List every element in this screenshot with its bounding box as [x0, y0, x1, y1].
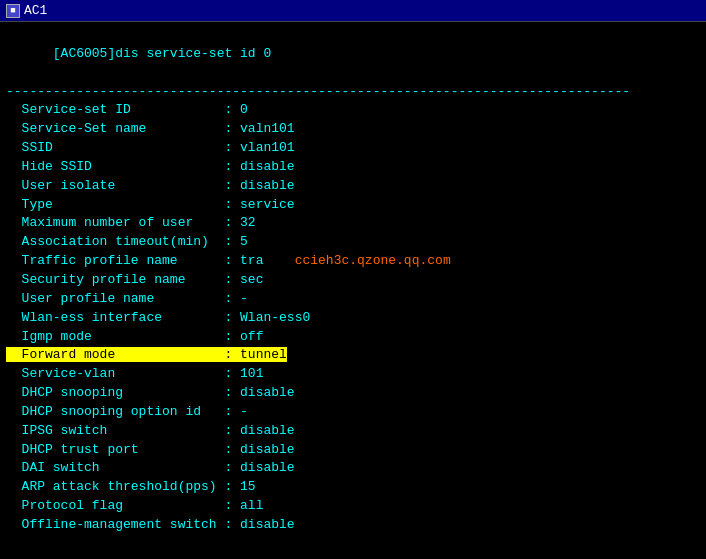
- table-row: Service-vlan : 101: [6, 365, 700, 384]
- title-bar: ■ AC1: [0, 0, 706, 22]
- table-row: Hide SSID : disable: [6, 158, 700, 177]
- terminal-output[interactable]: [AC6005]dis service-set id 0 -----------…: [0, 22, 706, 559]
- table-row: Security profile name : sec: [6, 271, 700, 290]
- table-row: Wlan-ess interface : Wlan-ess0: [6, 309, 700, 328]
- command-prompt: [AC6005]dis service-set id 0: [6, 26, 700, 83]
- table-row: Service-set ID : 0: [6, 101, 700, 120]
- window-icon: ■: [6, 4, 20, 18]
- table-row: User profile name : -: [6, 290, 700, 309]
- data-rows: Service-set ID : 0 Service-Set name : va…: [6, 101, 700, 534]
- table-row: Forward mode : tunnel: [6, 346, 700, 365]
- table-row: User isolate : disable: [6, 177, 700, 196]
- table-row: DAI switch : disable: [6, 459, 700, 478]
- table-row: Association timeout(min) : 5: [6, 233, 700, 252]
- window-title: AC1: [24, 3, 47, 18]
- table-row: Traffic profile name : tra ccieh3c.qzone…: [6, 252, 700, 271]
- table-row: DHCP snooping : disable: [6, 384, 700, 403]
- table-row: ARP attack threshold(pps) : 15: [6, 478, 700, 497]
- main-window: ■ AC1 [AC6005]dis service-set id 0 -----…: [0, 0, 706, 559]
- table-row: Maximum number of user : 32: [6, 214, 700, 233]
- separator-line: ----------------------------------------…: [6, 83, 700, 102]
- table-row: Offline-management switch : disable: [6, 516, 700, 535]
- table-row: DHCP trust port : disable: [6, 441, 700, 460]
- table-row: Service-Set name : valn101: [6, 120, 700, 139]
- table-row: DHCP snooping option id : -: [6, 403, 700, 422]
- table-row: Type : service: [6, 196, 700, 215]
- table-row: SSID : vlan101: [6, 139, 700, 158]
- table-row: IPSG switch : disable: [6, 422, 700, 441]
- watermark: ccieh3c.qzone.qq.com: [295, 253, 451, 268]
- table-row: Igmp mode : off: [6, 328, 700, 347]
- table-row: Protocol flag : all: [6, 497, 700, 516]
